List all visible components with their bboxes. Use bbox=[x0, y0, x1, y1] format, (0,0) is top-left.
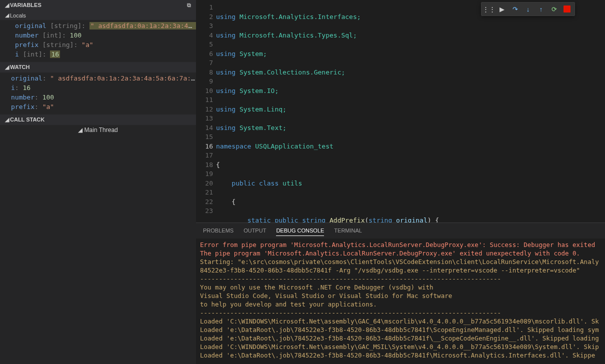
console-line: Loaded 'e:\DataRoot\.job\784522e3-f3b8-4… bbox=[200, 351, 601, 360]
variables-panel-header[interactable]: ◢VARIABLES ⧉ bbox=[0, 0, 196, 10]
continue-button[interactable]: ▶ bbox=[496, 4, 508, 14]
step-over-button[interactable]: ↷ bbox=[508, 4, 522, 14]
step-into-button[interactable]: ↓ bbox=[522, 4, 534, 14]
local-number[interactable]: number [int]: 100 bbox=[0, 30, 196, 40]
console-line: 84522e3-f3b8-4520-86b3-48dbb5c7841f -Arg… bbox=[200, 266, 601, 274]
tab-debug-console[interactable]: DEBUG CONSOLE bbox=[276, 226, 324, 236]
tab-output[interactable]: OUTPUT bbox=[244, 226, 266, 236]
callstack-panel-header[interactable]: ◢CALL STACK bbox=[0, 114, 196, 125]
console-line: Loaded 'C:\WINDOWS\Microsoft.Net\assembl… bbox=[200, 342, 601, 351]
locals-label: Locals bbox=[10, 12, 26, 18]
collapse-icon[interactable]: ⧉ bbox=[187, 2, 191, 8]
restart-button[interactable]: ⟳ bbox=[548, 4, 560, 14]
console-line: to help you develop and test your applic… bbox=[200, 300, 601, 308]
panel-tabs: PROBLEMS OUTPUT DEBUG CONSOLE TERMINAL bbox=[196, 222, 605, 238]
console-line: Loaded 'e:\DataRoot\.job\784522e3-f3b8-4… bbox=[200, 326, 601, 334]
callstack-title: CALL STACK bbox=[10, 116, 44, 122]
debug-console-output[interactable]: Error from pipe program 'Microsoft.Analy… bbox=[196, 238, 605, 364]
console-line: Starting: "e:\src\cosmos\private\cosmos\… bbox=[200, 258, 601, 266]
local-i[interactable]: i [int]: 16 bbox=[0, 50, 196, 59]
watch-prefix[interactable]: prefix: "a" bbox=[0, 102, 196, 112]
local-original[interactable]: original [string]: " asdfasdfa:0a:1a:2a:… bbox=[0, 21, 196, 30]
watch-number[interactable]: number: 100 bbox=[0, 92, 196, 102]
drag-handle-icon[interactable]: ⋮⋮ bbox=[482, 4, 496, 14]
watch-original[interactable]: original: " asdfasdfa:0a:1a:2a:3a:4a:5a:… bbox=[0, 74, 196, 83]
console-line: Loaded 'C:\WINDOWS\Microsoft.Net\assembl… bbox=[200, 317, 601, 326]
local-prefix[interactable]: prefix [string]: "a" bbox=[0, 40, 196, 50]
debug-sidebar: ◢VARIABLES ⧉ ◢Locals original [string]: … bbox=[0, 0, 196, 364]
callstack-list: ◢ Main Thread PAUSED ON BREAKPOINT __cod… bbox=[0, 125, 196, 364]
locals-list: original [string]: " asdfasdfa:0a:1a:2a:… bbox=[0, 20, 196, 62]
debug-toolbar[interactable]: ⋮⋮ ▶ ↷ ↓ ↑ ⟳ bbox=[481, 2, 575, 16]
console-line: The pipe program 'Microsoft.Analytics.Lo… bbox=[200, 249, 601, 258]
code-editor[interactable]: 1234 5678 9101112 131415 16 17181920 212… bbox=[196, 0, 605, 222]
console-line: Error from pipe program 'Microsoft.Analy… bbox=[200, 240, 601, 249]
watch-title: WATCH bbox=[10, 64, 30, 70]
watch-i[interactable]: i: 16 bbox=[0, 83, 196, 92]
step-out-button[interactable]: ↑ bbox=[534, 4, 548, 14]
console-line: Visual Studio Code, Visual Studio or Vis… bbox=[200, 292, 601, 300]
main-area: 1234 5678 9101112 131415 16 17181920 212… bbox=[196, 0, 605, 364]
stop-button[interactable] bbox=[560, 4, 574, 14]
console-line: ----------------------------------------… bbox=[200, 308, 601, 317]
watch-panel-header[interactable]: ◢WATCH bbox=[0, 62, 196, 72]
console-line: You may only use the Microsoft .NET Core… bbox=[200, 283, 601, 292]
code-content[interactable]: using Microsoft.Analytics.Interfaces; us… bbox=[216, 0, 605, 222]
thread-main[interactable]: ◢ Main Thread PAUSED ON BREAKPOINT bbox=[0, 125, 196, 364]
locals-subheader[interactable]: ◢Locals bbox=[0, 10, 196, 20]
console-line: ----------------------------------------… bbox=[200, 274, 601, 283]
line-gutter: 1234 5678 9101112 131415 16 17181920 212… bbox=[196, 0, 216, 222]
console-line: Loaded 'e:\DataRoot\.job\784522e3-f3b8-4… bbox=[200, 334, 601, 342]
tab-problems[interactable]: PROBLEMS bbox=[203, 226, 234, 236]
variables-title: VARIABLES bbox=[10, 2, 42, 8]
watch-list: original: " asdfasdfa:0a:1a:2a:3a:4a:5a:… bbox=[0, 72, 196, 114]
tab-terminal[interactable]: TERMINAL bbox=[334, 226, 362, 236]
